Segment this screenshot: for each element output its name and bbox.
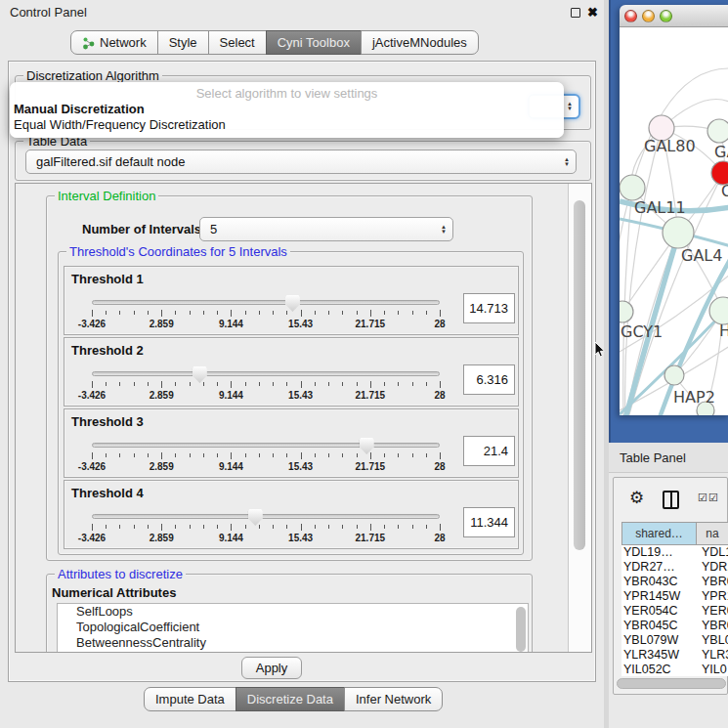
- network-node[interactable]: [620, 175, 645, 200]
- threshold-value-field[interactable]: 11.344: [463, 507, 515, 537]
- attribute-item[interactable]: SelfLoops: [58, 604, 528, 620]
- tab-discretize-data[interactable]: Discretize Data: [236, 687, 345, 711]
- network-node[interactable]: [620, 301, 633, 322]
- slider-track[interactable]: [92, 514, 440, 519]
- table-row[interactable]: YBR043CYBR0: [621, 575, 728, 589]
- close-icon[interactable]: ✖: [587, 5, 598, 20]
- tick-mark: [106, 453, 107, 457]
- tab-label: Impute Data: [155, 692, 225, 707]
- network-edge[interactable]: [625, 128, 662, 415]
- close-traffic-light-icon[interactable]: [624, 10, 637, 22]
- column-header-2[interactable]: na: [697, 522, 728, 545]
- threshold-label: Threshold 4: [71, 486, 144, 500]
- table-horizontal-scrollbar[interactable]: [617, 678, 726, 689]
- attribute-item[interactable]: TopologicalCoefficient: [58, 620, 528, 635]
- tick-mark: [412, 382, 413, 386]
- column-header-1[interactable]: shared…: [621, 522, 697, 545]
- threshold-value-field[interactable]: 6.316: [463, 364, 515, 395]
- checkbox-icon[interactable]: ☑: [698, 492, 707, 504]
- viewport-scrollbar-thumb[interactable]: [574, 200, 585, 550]
- tick-mark: [398, 382, 399, 386]
- cell-name: YER0: [702, 604, 728, 618]
- tick-mark: [161, 381, 162, 388]
- table-row[interactable]: YPR145WYPR1: [621, 589, 728, 604]
- network-node[interactable]: [664, 365, 684, 385]
- algorithm-option[interactable]: Manual Discretization: [14, 102, 145, 116]
- tick-mark: [106, 382, 107, 386]
- tick-label: 21.715: [356, 533, 386, 543]
- tab-cyni-toolbox[interactable]: Cyni Toolbox: [266, 30, 362, 55]
- threshold-value-field[interactable]: 21.4: [463, 436, 515, 466]
- algorithm-option[interactable]: Equal Width/Frequency Discretization: [14, 117, 226, 132]
- tick-mark: [342, 311, 343, 315]
- tab-impute-data[interactable]: Impute Data: [144, 687, 236, 711]
- minimize-traffic-light-icon[interactable]: [642, 10, 655, 22]
- network-canvas[interactable]: GAL80GACGAL11GAL4GCY1HHAP2: [620, 27, 728, 415]
- tick-mark: [148, 382, 149, 386]
- slider-track[interactable]: [92, 300, 440, 305]
- slider-track[interactable]: [92, 371, 440, 376]
- tick-mark: [231, 310, 232, 317]
- table-header-row: shared…na: [621, 522, 728, 545]
- columns-icon[interactable]: [663, 491, 679, 509]
- interval-definition-label: Interval Definition: [55, 189, 158, 203]
- slider-track[interactable]: [92, 443, 440, 448]
- tick-mark: [148, 453, 149, 457]
- tick-label: 2.859: [150, 533, 174, 543]
- tick-label: 15.43: [288, 390, 313, 401]
- gear-icon[interactable]: ⚙: [629, 488, 644, 508]
- table-row[interactable]: YER054CYER0: [621, 604, 728, 619]
- network-node[interactable]: [663, 217, 694, 248]
- zoom-traffic-light-icon[interactable]: [660, 10, 672, 22]
- tick-mark: [175, 453, 176, 457]
- tick-mark: [92, 452, 93, 459]
- tab-jactivemnodules[interactable]: jActiveMNodules: [361, 30, 479, 55]
- network-window-titlebar[interactable]: [620, 5, 728, 27]
- cell-shared-name: YDR27…: [623, 560, 675, 574]
- tab-style[interactable]: Style: [157, 30, 209, 55]
- table-row[interactable]: YLR345WYLR3: [621, 648, 728, 663]
- tick-mark: [190, 525, 191, 529]
- tick-mark: [231, 524, 232, 531]
- network-node[interactable]: [707, 119, 728, 143]
- number-of-intervals-combobox[interactable]: 5 ▲▼: [199, 217, 453, 241]
- network-node[interactable]: [709, 297, 728, 324]
- attribute-item[interactable]: BetweennessCentrality: [58, 635, 528, 651]
- float-window-icon[interactable]: [571, 8, 580, 18]
- numerical-attributes-label: Numerical Attributes: [52, 585, 176, 600]
- tick-mark: [245, 311, 246, 315]
- tab-select[interactable]: Select: [208, 30, 267, 55]
- viewport-scrollbar-track[interactable]: [568, 184, 591, 652]
- tick-mark: [161, 310, 162, 317]
- tick-label: 21.715: [356, 319, 386, 329]
- checkbox-icon[interactable]: ☑: [708, 492, 718, 504]
- tab-network[interactable]: Network: [70, 30, 158, 55]
- table-row[interactable]: YDL19…YDL1: [621, 545, 728, 560]
- table-data-combobox[interactable]: galFiltered.sif default node ▲▼: [25, 150, 577, 174]
- tab-infer-network[interactable]: Infer Network: [344, 687, 443, 711]
- tick-mark: [412, 311, 413, 315]
- cell-name: YBR0: [702, 619, 728, 632]
- table-data-group: Table Data galFiltered.sif default node …: [15, 141, 591, 181]
- table-row[interactable]: YBR045CYBR0: [621, 619, 728, 633]
- table-row[interactable]: YBL079WYBL0: [621, 633, 728, 648]
- tick-mark: [148, 525, 149, 529]
- cell-shared-name: YBL079W: [623, 633, 678, 647]
- tick-mark: [398, 525, 399, 529]
- table-row[interactable]: YIL052CYIL0: [621, 663, 728, 676]
- network-desktop: GAL80GACGAL11GAL4GCY1HHAP2: [609, 0, 728, 443]
- tick-mark: [357, 382, 358, 386]
- network-node-label: GA: [714, 143, 728, 161]
- threshold-value-field[interactable]: 14.713: [463, 293, 515, 323]
- network-view-window[interactable]: GAL80GACGAL11GAL4GCY1HHAP2: [620, 5, 728, 415]
- tab-label: Cyni Toolbox: [278, 35, 350, 50]
- stepper-arrows-icon: ▲▼: [567, 102, 573, 111]
- numerical-attributes-list[interactable]: SelfLoopsTopologicalCoefficientBetweenne…: [57, 603, 529, 653]
- attributes-list-scrollbar[interactable]: [516, 607, 526, 652]
- settings-scroll-viewport: Interval Definition Number of Intervals …: [15, 183, 592, 653]
- cell-shared-name: YDL19…: [623, 545, 673, 559]
- table-row[interactable]: YDR27…YDR2: [621, 560, 728, 575]
- tick-mark: [119, 382, 120, 386]
- apply-button[interactable]: Apply: [241, 657, 302, 679]
- tick-mark: [412, 525, 413, 529]
